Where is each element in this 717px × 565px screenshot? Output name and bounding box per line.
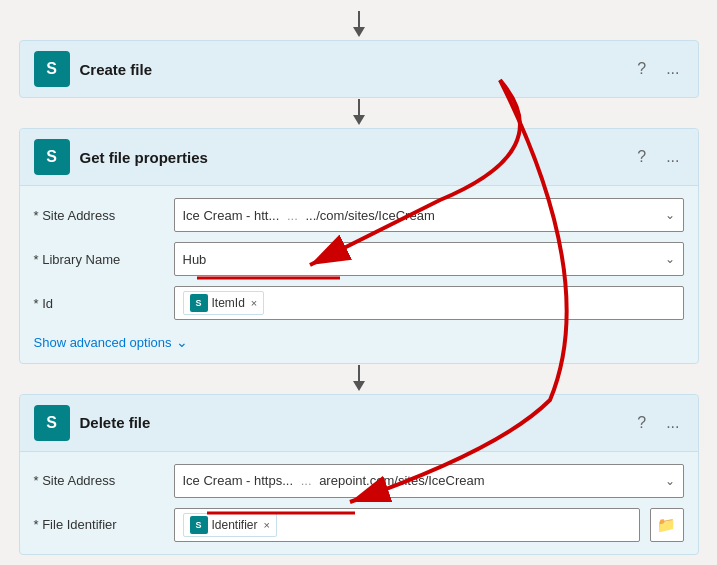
- get-file-properties-card: S Get file properties ? ... * Site Addre…: [19, 128, 699, 364]
- item-id-chip-label: ItemId: [212, 296, 245, 310]
- create-file-actions: ? ...: [633, 58, 683, 80]
- library-name-label: * Library Name: [34, 252, 164, 267]
- delete-file-help-button[interactable]: ?: [633, 412, 650, 434]
- get-file-more-button[interactable]: ...: [662, 146, 683, 168]
- delete-file-card: S Delete file ? ... * Site Address Ice C…: [19, 394, 699, 555]
- library-name-chevron: ⌄: [665, 252, 675, 266]
- file-identifier-row: * File Identifier S Identifier × 📁: [34, 508, 684, 542]
- identifier-chip-label: Identifier: [212, 518, 258, 532]
- delete-site-address-row: * Site Address Ice Cream - https... ... …: [34, 464, 684, 498]
- delete-site-address-value: Ice Cream - https... ... arepoint.com/si…: [183, 473, 485, 488]
- delete-site-address-dropdown[interactable]: Ice Cream - https... ... arepoint.com/si…: [174, 464, 684, 498]
- folder-icon: 📁: [657, 516, 676, 534]
- id-label: * Id: [34, 296, 164, 311]
- delete-site-address-label: * Site Address: [34, 473, 164, 488]
- folder-browse-button[interactable]: 📁: [650, 508, 684, 542]
- create-file-more-button[interactable]: ...: [662, 58, 683, 80]
- show-advanced-button[interactable]: Show advanced options ⌄: [34, 334, 188, 350]
- svg-marker-5: [353, 381, 365, 391]
- site-address-dropdown[interactable]: Ice Cream - htt... ... .../com/sites/Ice…: [174, 198, 684, 232]
- delete-file-body: * Site Address Ice Cream - https... ... …: [20, 452, 698, 554]
- delete-file-more-button[interactable]: ...: [662, 412, 683, 434]
- get-file-properties-header: S Get file properties ? ...: [20, 129, 698, 186]
- delete-file-icon: S: [34, 405, 70, 441]
- get-file-properties-actions: ? ...: [633, 146, 683, 168]
- delete-file-actions: ? ...: [633, 412, 683, 434]
- identifier-chip: S Identifier ×: [183, 513, 277, 537]
- delete-site-address-chevron: ⌄: [665, 474, 675, 488]
- get-file-properties-icon: S: [34, 139, 70, 175]
- create-file-card: S Create file ? ...: [19, 40, 699, 98]
- site-address-label: * Site Address: [34, 208, 164, 223]
- site-address-value: Ice Cream - htt... ... .../com/sites/Ice…: [183, 208, 435, 223]
- show-advanced-chevron: ⌄: [176, 334, 188, 350]
- site-address-chevron: ⌄: [665, 208, 675, 222]
- file-identifier-label: * File Identifier: [34, 517, 164, 532]
- id-row: * Id S ItemId ×: [34, 286, 684, 320]
- id-field[interactable]: S ItemId ×: [174, 286, 684, 320]
- get-file-help-button[interactable]: ?: [633, 146, 650, 168]
- identifier-chip-close[interactable]: ×: [264, 519, 270, 531]
- file-identifier-field[interactable]: S Identifier ×: [174, 508, 640, 542]
- item-id-chip-icon: S: [190, 294, 208, 312]
- delete-file-title: Delete file: [80, 414, 624, 431]
- item-id-chip-close[interactable]: ×: [251, 297, 257, 309]
- arrow-2: [349, 364, 369, 394]
- create-file-title: Create file: [80, 61, 624, 78]
- arrow-1: [349, 98, 369, 128]
- svg-marker-1: [353, 27, 365, 37]
- get-file-properties-title: Get file properties: [80, 149, 624, 166]
- get-file-properties-body: * Site Address Ice Cream - htt... ... ..…: [20, 186, 698, 363]
- top-arrow: [349, 10, 369, 40]
- svg-marker-3: [353, 115, 365, 125]
- create-file-icon: S: [34, 51, 70, 87]
- library-name-value: Hub: [183, 252, 207, 267]
- create-file-help-button[interactable]: ?: [633, 58, 650, 80]
- delete-file-header: S Delete file ? ...: [20, 395, 698, 452]
- item-id-chip: S ItemId ×: [183, 291, 265, 315]
- library-name-row: * Library Name Hub ⌄: [34, 242, 684, 276]
- site-address-row: * Site Address Ice Cream - htt... ... ..…: [34, 198, 684, 232]
- library-name-dropdown[interactable]: Hub ⌄: [174, 242, 684, 276]
- identifier-chip-icon: S: [190, 516, 208, 534]
